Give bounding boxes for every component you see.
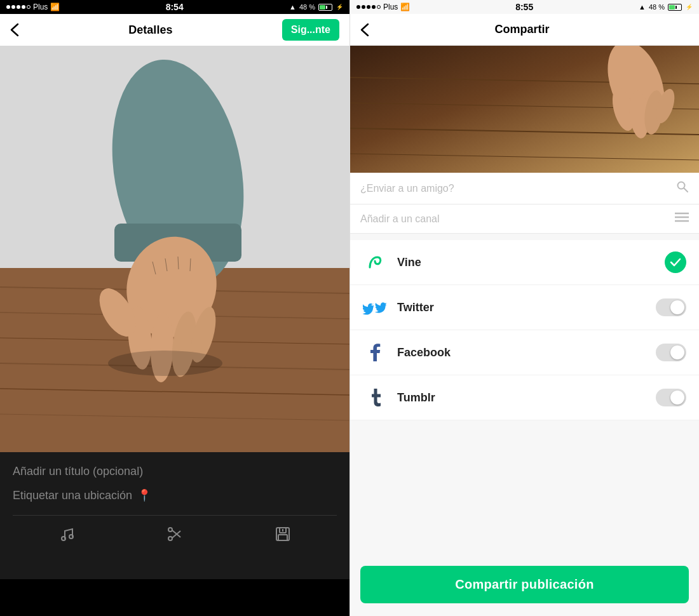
battery-tip-right [675,6,677,9]
search-placeholder: ¿Enviar a un amigo? [360,183,454,194]
nav-bar-left: Detalles Sig...nte [0,14,350,46]
share-publication-button[interactable]: Compartir publicación [360,566,689,603]
tumblr-label: Tumblr [397,391,656,405]
video-image-left [0,46,350,452]
wifi-icon-left: 📶 [50,3,60,11]
battery-fill-right [669,5,675,10]
location-pin-icon: 📍 [137,488,151,502]
status-right-right: ▲ 48 % ⚡ [639,3,693,11]
cut-icon[interactable] [166,526,183,546]
svg-point-21 [108,351,222,376]
share-option-vine[interactable]: Vine [350,240,699,285]
signal-dots-right [356,5,381,9]
dot5 [27,5,31,9]
facebook-toggle[interactable] [656,344,686,361]
twitter-toggle[interactable] [656,298,686,316]
tumblr-toggle[interactable] [656,389,686,406]
battery-tip-left [326,6,327,9]
dot3r [367,5,370,9]
battery-bolt-left: ⚡ [336,4,343,10]
dot4 [22,5,25,9]
battery-left [318,4,332,11]
carrier-name-right: Plus [383,3,398,11]
video-thumbnail-right [350,46,699,173]
svg-rect-30 [278,535,287,540]
page-title-left: Detalles [128,23,172,37]
dot4r [372,5,376,9]
svg-point-22 [62,537,65,540]
dot2 [11,5,15,9]
location-row[interactable]: Etiquetar una ubicación 📍 [13,488,337,502]
location-label: Etiquetar una ubicación [13,489,132,502]
toolbar-left [13,515,337,552]
location-arrow-left: ▲ [289,3,296,11]
right-panel: Plus 📶 8:55 ▲ 48 % ⚡ Compartir [350,0,699,616]
battery-bolt-right: ⚡ [686,4,693,10]
status-bar-left: Plus 📶 8:54 ▲ 48 % ⚡ [0,0,350,14]
time-left: 8:54 [166,2,184,12]
status-right-left: ▲ 48 % ⚡ [289,3,343,11]
share-option-twitter[interactable]: Twitter [350,285,699,330]
twitter-label: Twitter [397,301,656,314]
channel-placeholder: Añadir a un canal [360,213,440,225]
dot5r [377,5,381,9]
location-arrow-right: ▲ [639,3,646,11]
vine-icon [363,250,387,274]
share-btn-area: Compartir publicación [350,553,699,616]
dot3 [17,5,20,9]
left-panel: Plus 📶 8:54 ▲ 48 % ⚡ Detalles Sig...nte [0,0,350,616]
dot1 [6,5,10,9]
tumblr-icon [363,385,387,410]
time-right: 8:55 [515,2,533,12]
facebook-icon [363,340,387,365]
vine-label: Vine [397,256,665,269]
bottom-panel-left: Añadir un título (opcional) Etiquetar un… [0,452,350,579]
video-thumb-image [350,46,699,173]
svg-point-24 [168,528,172,532]
svg-point-23 [69,535,73,539]
video-placeholder-left [0,46,350,452]
save-icon[interactable] [275,526,291,546]
share-option-tumblr[interactable]: Tumblr [350,375,699,420]
music-icon[interactable] [58,526,75,546]
back-button-left[interactable] [10,23,19,37]
battery-pct-left: 48 % [299,3,315,11]
share-option-facebook[interactable]: Facebook [350,330,699,375]
search-row[interactable]: ¿Enviar a un amigo? [350,173,699,204]
hamburger-icon[interactable] [675,212,689,225]
facebook-label: Facebook [397,346,656,359]
battery-pct-right: 48 % [649,3,665,11]
share-options-list: Vine Twitter [350,240,699,420]
battery-fill-left [320,5,325,10]
signal-dots [6,5,31,9]
dot1r [356,5,360,9]
status-bar-right: Plus 📶 8:55 ▲ 48 % ⚡ [350,0,699,14]
twitter-icon [363,295,387,319]
svg-point-25 [168,537,172,540]
title-input[interactable]: Añadir un título (opcional) [13,465,337,478]
video-area-left [0,46,350,452]
svg-line-44 [684,189,688,192]
carrier-right: Plus 📶 [356,3,410,11]
dot2r [362,5,365,9]
battery-right [668,4,682,11]
carrier-name-left: Plus [33,3,48,11]
next-button[interactable]: Sig...nte [282,19,339,41]
vine-toggle-active[interactable] [665,251,686,273]
search-icon[interactable] [676,180,689,196]
carrier-left: Plus 📶 [6,3,60,11]
channel-row[interactable]: Añadir a un canal [350,204,699,234]
nav-bar-right: Compartir [350,14,699,46]
wifi-icon-right: 📶 [400,3,410,11]
page-title-right: Compartir [355,23,689,36]
